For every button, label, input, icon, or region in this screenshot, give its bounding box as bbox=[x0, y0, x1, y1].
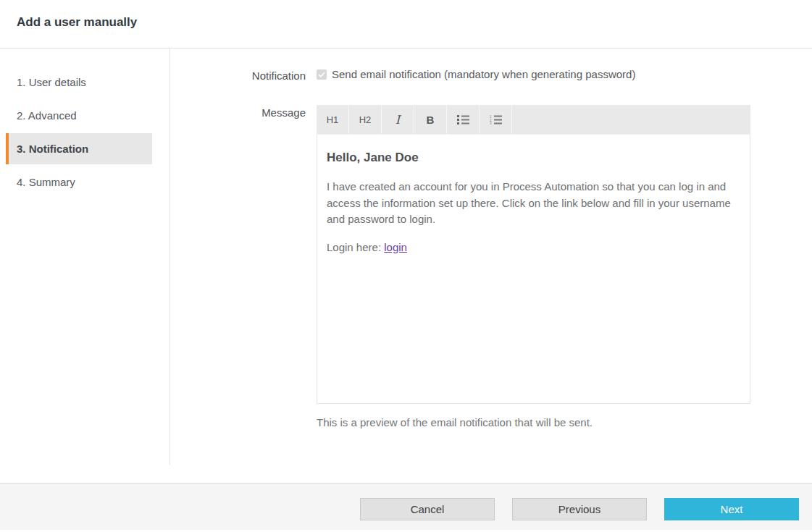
bold-button[interactable]: B bbox=[414, 105, 447, 134]
bullet-list-icon bbox=[457, 115, 469, 124]
editor-toolbar: H1 H2 I B 1 2 3 bbox=[317, 105, 750, 134]
page-title: Add a user manually bbox=[17, 15, 137, 30]
italic-button[interactable]: I bbox=[382, 105, 414, 134]
numbered-list-icon: 1 2 3 bbox=[490, 115, 502, 124]
wizard-footer: Cancel Previous Next bbox=[0, 483, 812, 530]
login-prefix: Login here: bbox=[327, 241, 384, 253]
message-editor: H1 H2 I B 1 2 3 bbox=[317, 105, 750, 404]
email-body-text: I have created an account for you in Pro… bbox=[327, 179, 740, 228]
wizard-header: Add a user manually bbox=[0, 0, 812, 48]
email-greeting: Hello, Jane Doe bbox=[327, 151, 740, 165]
previous-button[interactable]: Previous bbox=[512, 498, 647, 520]
heading1-button[interactable]: H1 bbox=[317, 105, 349, 134]
bullet-list-button[interactable] bbox=[447, 105, 480, 134]
login-link[interactable]: login bbox=[384, 241, 407, 253]
cancel-button[interactable]: Cancel bbox=[360, 498, 495, 520]
step-user-details[interactable]: 1. User details bbox=[0, 67, 169, 98]
send-email-checkbox[interactable] bbox=[317, 69, 327, 80]
email-login-line: Login here: login bbox=[327, 240, 740, 256]
message-field-label: Message bbox=[170, 106, 306, 119]
next-button[interactable]: Next bbox=[664, 498, 799, 520]
send-email-checkbox-label: Send email notification (mandatory when … bbox=[332, 68, 635, 80]
notification-field-label: Notification bbox=[170, 69, 306, 82]
preview-hint: This is a preview of the email notificat… bbox=[317, 416, 593, 428]
step-summary[interactable]: 4. Summary bbox=[0, 166, 169, 198]
numbered-list-button[interactable]: 1 2 3 bbox=[480, 105, 512, 134]
svg-text:3: 3 bbox=[490, 122, 492, 124]
send-email-row: Send email notification (mandatory when … bbox=[317, 68, 635, 80]
email-preview-body[interactable]: Hello, Jane Doe I have created an accoun… bbox=[317, 134, 750, 404]
step-advanced[interactable]: 2. Advanced bbox=[0, 100, 169, 131]
add-user-wizard: Add a user manually 1. User details 2. A… bbox=[0, 0, 812, 532]
wizard-steps-sidebar: 1. User details 2. Advanced 3. Notificat… bbox=[0, 48, 170, 465]
check-icon bbox=[318, 72, 325, 77]
heading2-button[interactable]: H2 bbox=[349, 105, 382, 134]
step-notification[interactable]: 3. Notification bbox=[6, 133, 152, 164]
